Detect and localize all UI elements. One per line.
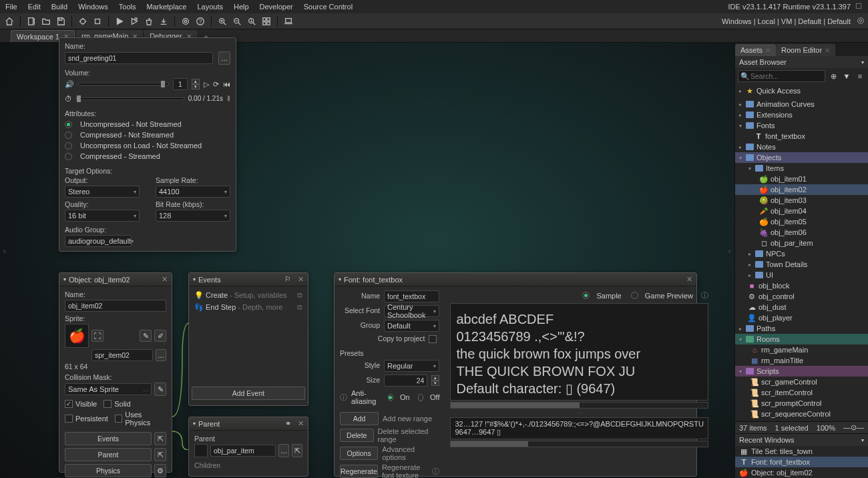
tree-obj-player[interactable]: 👤obj_player (735, 312, 868, 323)
collision-select[interactable]: Same As Sprite… (65, 383, 152, 395)
events-button[interactable]: Events (65, 432, 152, 445)
new-project-icon[interactable] (25, 15, 38, 28)
mixer-icon[interactable]: ⫴ (227, 94, 230, 103)
tree-scr-0[interactable]: 📜scr_gameControl (735, 377, 868, 387)
rewind-icon[interactable]: ⏮ (223, 80, 230, 88)
left-dock-handle[interactable]: « (1, 250, 8, 253)
object-name-field[interactable]: obj_item02 (65, 300, 166, 312)
font-size-field[interactable]: 24 (384, 375, 427, 387)
game-options-icon[interactable] (179, 15, 192, 28)
close-icon[interactable]: ✕ (825, 47, 830, 54)
tree-folder-animation-curves[interactable]: ▸Animation Curves (735, 99, 868, 109)
tree-folder-npcs[interactable]: ▸NPCs (735, 248, 868, 259)
audiogroup-select[interactable]: audiogroup_default▾ (65, 235, 132, 247)
chevron-down-icon[interactable]: ▾ (861, 59, 864, 65)
menu-windows[interactable]: Windows (78, 3, 108, 11)
sidebar-tab-room[interactable]: Room Editor✕ (776, 44, 835, 56)
aa-off-radio[interactable] (418, 394, 423, 401)
info-icon[interactable]: ⓘ (340, 393, 347, 403)
range-scrollbar[interactable] (450, 441, 708, 447)
parent-open-icon[interactable]: ⇱ (292, 444, 302, 457)
visible-checkbox[interactable] (65, 400, 73, 408)
close-icon[interactable]: ✕ (298, 419, 304, 428)
info-icon[interactable]: ⓘ (432, 467, 439, 477)
menu-source-control[interactable]: Source Control (304, 3, 353, 11)
tree-folder-extensions[interactable]: ▸Extensions (735, 109, 868, 120)
parent-popout-icon[interactable]: ⇱ (154, 448, 166, 461)
position-slider[interactable] (76, 97, 184, 100)
open-project-icon[interactable] (39, 15, 53, 28)
stop-icon[interactable] (91, 15, 104, 28)
zoom-out-icon[interactable] (230, 15, 244, 28)
output-select[interactable]: Stereo▾ (65, 186, 140, 198)
menu-tools[interactable]: Tools (119, 3, 136, 11)
tree-obj-par-item[interactable]: ◻obj_par_item (735, 238, 868, 248)
tree-scr-3[interactable]: 📜scr_sequenceControl (735, 409, 868, 419)
menu-developer[interactable]: Developer (260, 3, 293, 11)
tree-asset-font-textbox[interactable]: Tfont_textbox (735, 131, 868, 142)
new-sprite-icon[interactable]: ✎ (140, 330, 152, 342)
debug-icon[interactable] (76, 15, 89, 28)
splitter-handle[interactable]: ⋯ (450, 410, 708, 416)
tree-folder-ui[interactable]: ▸UI (735, 270, 868, 280)
sprite-preview[interactable]: 🍎 (65, 324, 89, 348)
bitrate-select[interactable]: 128▾ (156, 210, 230, 222)
tree-quick-access[interactable]: ▸★Quick Access (735, 85, 868, 96)
tree-obj-item04[interactable]: 🥕obj_item04 (735, 206, 868, 216)
create-exe-icon[interactable] (157, 15, 170, 28)
tree-obj-item02[interactable]: 🍎obj_item02 (735, 184, 868, 195)
clean-icon[interactable] (142, 15, 156, 28)
tree-obj-item03[interactable]: 🥝obj_item03 (735, 195, 868, 206)
expand-sprite-icon[interactable]: ⛶ (91, 330, 103, 342)
physics-checkbox[interactable] (115, 415, 122, 423)
menu-icon[interactable]: ≡ (855, 71, 865, 81)
parent-sprite-preview[interactable] (194, 444, 208, 457)
physics-button[interactable]: Physics (65, 464, 152, 477)
tree-folder-scripts[interactable]: ▾Scripts (735, 366, 868, 377)
loop-icon[interactable]: ⟳ (213, 80, 219, 89)
attr-radio-0[interactable] (65, 121, 72, 128)
tree-folder-paths[interactable]: ▸Paths (735, 323, 868, 334)
attr-radio-2[interactable] (65, 142, 72, 150)
game-preview-radio[interactable] (631, 292, 638, 299)
menu-build[interactable]: Build (51, 3, 67, 11)
link-icon[interactable]: ⧉ (297, 303, 302, 312)
zoom-slider-icon[interactable]: —⊙— (843, 423, 864, 432)
add-range-button[interactable]: Add (340, 412, 379, 425)
laptop-mode-icon[interactable] (282, 15, 295, 28)
copy-to-project-checkbox[interactable] (429, 335, 437, 343)
tree-obj-item01[interactable]: 🍏obj_item01 (735, 174, 868, 184)
options-button[interactable]: Options (340, 447, 378, 460)
aa-on-radio[interactable] (388, 394, 393, 401)
close-icon[interactable]: ✕ (686, 275, 692, 284)
sidebar-tab-assets[interactable]: Assets✕ (735, 44, 776, 56)
solid-checkbox[interactable] (103, 400, 112, 408)
recent-item-1[interactable]: TFont: font_textbox (735, 457, 868, 467)
flag-icon[interactable]: ⚐ (284, 275, 291, 284)
target-settings-icon[interactable] (856, 16, 865, 27)
docking-icon[interactable] (260, 15, 273, 28)
font-name-field[interactable]: font_textbox (384, 290, 439, 302)
tree-scr-2[interactable]: 📜scr_promptControl (735, 398, 868, 409)
notifications-icon[interactable] (855, 2, 863, 11)
info-icon[interactable]: ⓘ (701, 290, 708, 300)
tree-folder-rooms[interactable]: ▾Rooms (735, 334, 868, 344)
recent-item-2[interactable]: 🍎Object: obj_item02 (735, 467, 868, 478)
filter-icon[interactable]: ▼ (841, 71, 852, 81)
menu-file[interactable]: File (5, 3, 17, 11)
debug-run-icon[interactable] (128, 15, 141, 28)
menu-marketplace[interactable]: Marketplace (146, 3, 186, 11)
regenerate-button[interactable]: Regenerate (340, 465, 378, 478)
preview-scrollbar[interactable] (450, 402, 708, 409)
attr-radio-3[interactable] (65, 153, 72, 160)
range-row-1[interactable]: 9647…9647 ▯ (455, 428, 703, 437)
right-dock-handle[interactable]: » (726, 250, 733, 253)
add-event-button[interactable]: Add Event (192, 387, 305, 400)
tree-folder-notes[interactable]: ▸Notes (735, 142, 868, 152)
quality-select[interactable]: 16 bit▾ (65, 210, 140, 222)
event-item-endstep[interactable]: 👣 End Step - Depth, more ⧉ (192, 301, 305, 313)
sample-rate-select[interactable]: 44100▾ (156, 186, 230, 198)
font-select[interactable]: Century Schoolbook▾ (384, 305, 439, 317)
sound-name-field[interactable]: snd_greeting01 (65, 52, 213, 64)
tree-folder-items[interactable]: ▾Items (735, 163, 868, 174)
